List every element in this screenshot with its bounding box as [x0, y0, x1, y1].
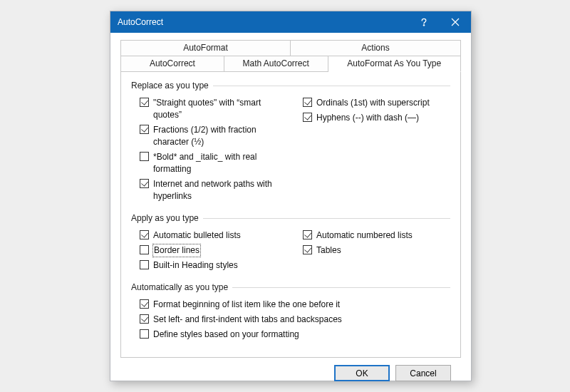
- checkbox[interactable]: [140, 329, 149, 339]
- dialog-title: AutoCorrect: [118, 17, 163, 27]
- close-button[interactable]: [440, 11, 471, 33]
- checkbox[interactable]: [303, 98, 312, 107]
- tab-autoformat[interactable]: AutoFormat: [120, 40, 291, 56]
- checkbox-row[interactable]: Internet and network paths with hyperlin…: [140, 177, 287, 203]
- button-bar: OK Cancel: [120, 358, 461, 388]
- checkbox-row[interactable]: Ordinals (1st) with superscript: [303, 96, 450, 110]
- checkbox-label: Format beginning of list item like the o…: [153, 299, 340, 311]
- tab-row-1: AutoFormat Actions: [120, 40, 461, 56]
- checkbox[interactable]: [140, 245, 149, 254]
- group-header-replace: Replace as you type: [131, 81, 450, 91]
- checkbox[interactable]: [140, 314, 149, 324]
- checkbox-label: Built-in Heading styles: [153, 259, 238, 272]
- titlebar: AutoCorrect: [110, 11, 471, 33]
- checkbox-label: Automatic numbered lists: [316, 229, 413, 242]
- autocorrect-dialog: AutoCorrect AutoFormat Actions AutoCorre…: [110, 11, 472, 381]
- divider: [203, 218, 450, 219]
- divider: [232, 287, 450, 288]
- checkbox-label: Fractions (1/2) with fraction character …: [153, 124, 287, 148]
- group-header-apply-label: Apply as you type: [131, 213, 199, 223]
- dialog-body: AutoFormat Actions AutoCorrect Math Auto…: [110, 33, 471, 392]
- ok-button[interactable]: OK: [334, 365, 390, 381]
- tab-autocorrect[interactable]: AutoCorrect: [120, 56, 224, 72]
- group-header-apply: Apply as you type: [131, 213, 450, 223]
- checkbox[interactable]: [303, 113, 312, 122]
- checkbox-row[interactable]: Tables: [303, 244, 450, 257]
- checkbox[interactable]: [140, 299, 149, 309]
- checkbox[interactable]: [303, 230, 312, 239]
- checkbox-row[interactable]: "Straight quotes" with “smart quotes”: [140, 96, 287, 122]
- tab-math-autocorrect[interactable]: Math AutoCorrect: [224, 56, 328, 72]
- checkbox-row[interactable]: Fractions (1/2) with fraction character …: [140, 123, 287, 149]
- checkbox-row[interactable]: Automatic numbered lists: [303, 229, 450, 242]
- tab-row-2: AutoCorrect Math AutoCorrect AutoFormat …: [120, 56, 461, 72]
- checkbox[interactable]: [140, 98, 149, 107]
- help-button[interactable]: [408, 11, 440, 33]
- group-header-auto-label: Automatically as you type: [131, 282, 228, 292]
- checkbox-row[interactable]: Automatic bulleted lists: [140, 229, 287, 242]
- checkbox-label: Internet and network paths with hyperlin…: [153, 178, 287, 202]
- checkbox[interactable]: [140, 230, 149, 239]
- checkbox-row[interactable]: Border lines: [140, 244, 287, 257]
- checkbox-row[interactable]: Set left- and first-indent with tabs and…: [140, 313, 450, 326]
- checkbox-label: Tables: [316, 244, 341, 257]
- checkbox-row[interactable]: *Bold* and _italic_ with real formatting: [140, 150, 287, 176]
- checkbox[interactable]: [303, 245, 312, 254]
- checkbox-label: Automatic bulleted lists: [153, 229, 241, 242]
- checkbox-row[interactable]: Built-in Heading styles: [140, 259, 287, 272]
- group-auto: Format beginning of list item like the o…: [131, 296, 450, 341]
- svg-point-0: [423, 25, 425, 26]
- checkbox-label: Ordinals (1st) with superscript: [316, 97, 430, 109]
- checkbox[interactable]: [140, 125, 149, 134]
- checkbox[interactable]: [140, 260, 149, 269]
- group-header-auto: Automatically as you type: [131, 282, 450, 292]
- checkbox-row[interactable]: Define styles based on your formatting: [140, 328, 450, 341]
- checkbox-row[interactable]: Hyphens (--) with dash (—): [303, 111, 450, 125]
- checkbox-row[interactable]: Format beginning of list item like the o…: [140, 298, 450, 311]
- checkbox[interactable]: [140, 179, 149, 188]
- tab-panel: Replace as you type "Straight quotes" wi…: [120, 72, 461, 358]
- checkbox-label: "Straight quotes" with “smart quotes”: [153, 97, 287, 121]
- checkbox-label: Hyphens (--) with dash (—): [316, 112, 419, 124]
- tab-actions[interactable]: Actions: [291, 40, 461, 56]
- divider: [213, 86, 450, 86]
- checkbox-label: Set left- and first-indent with tabs and…: [153, 314, 342, 326]
- group-header-replace-label: Replace as you type: [131, 81, 209, 91]
- checkbox-label: Define styles based on your formatting: [153, 329, 299, 341]
- checkbox-label: *Bold* and _italic_ with real formatting: [153, 151, 287, 175]
- group-replace: "Straight quotes" with “smart quotes”Fra…: [131, 95, 450, 203]
- tab-autoformat-as-you-type[interactable]: AutoFormat As You Type: [328, 56, 461, 72]
- cancel-button[interactable]: Cancel: [395, 365, 451, 381]
- group-apply: Automatic bulleted listsBorder linesBuil…: [131, 227, 450, 272]
- checkbox-label: Border lines: [153, 244, 200, 257]
- checkbox[interactable]: [140, 152, 149, 161]
